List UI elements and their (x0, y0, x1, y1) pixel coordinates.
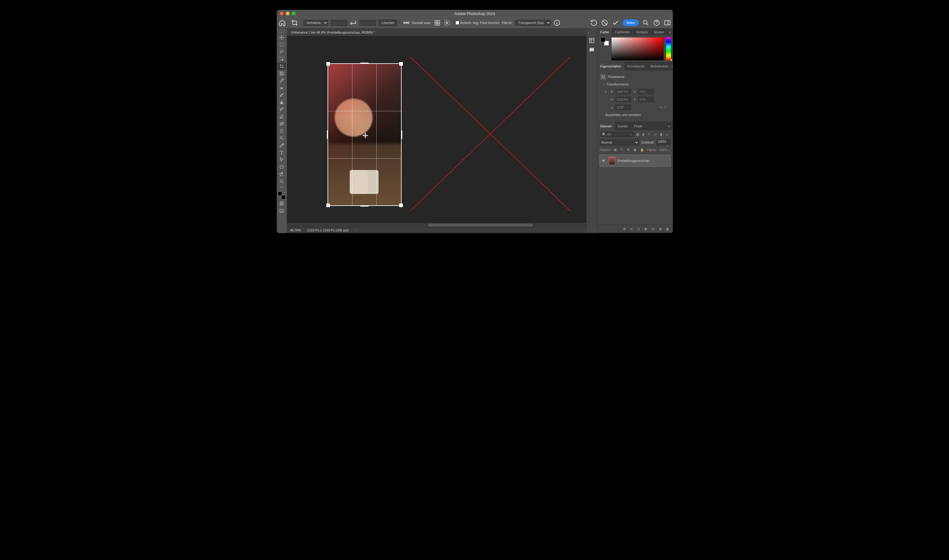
frame-tool[interactable] (277, 70, 286, 77)
crop-handle-left[interactable] (327, 131, 328, 139)
crop-handle-tr[interactable] (399, 62, 403, 66)
doc-dimensions[interactable]: 1103 Px x 2160 Px (300 ppi) (307, 228, 349, 232)
close-window-button[interactable] (280, 12, 283, 15)
tab-farbfelder[interactable]: Farbfelder (612, 28, 633, 35)
screen-mode-button[interactable] (277, 207, 286, 214)
canvas[interactable] (287, 36, 586, 227)
overlay-grid-button[interactable] (434, 19, 441, 26)
foreground-background-colors[interactable]: ⤺ (277, 191, 286, 200)
lock-all-icon[interactable]: 🔒 (640, 148, 644, 152)
more-tools-button[interactable] (277, 185, 286, 189)
color-spectrum[interactable] (611, 37, 664, 60)
history-panel-icon[interactable] (589, 37, 595, 44)
crop-ratio-select[interactable]: Verhältnis (303, 20, 328, 26)
tab-verlaeufe[interactable]: Verläufe (633, 28, 651, 35)
tab-korrekturen[interactable]: Korrekturen (624, 62, 647, 71)
help-icon[interactable] (653, 19, 660, 26)
document-tab[interactable]: Unbenannt-1 bei 48,8% (Freistellungsvors… (287, 28, 586, 36)
clone-stamp-tool[interactable] (277, 98, 286, 106)
tab-muster[interactable]: Muster (651, 28, 667, 35)
info-icon[interactable] (553, 19, 561, 26)
fill-input[interactable]: 100% ⌄ (659, 148, 670, 152)
layer-thumbnail[interactable] (609, 157, 615, 165)
filter-type-icon[interactable]: T (648, 132, 652, 136)
dodge-tool[interactable] (277, 135, 286, 142)
marquee-tool[interactable] (277, 41, 286, 48)
crop-tool-icon[interactable] (291, 19, 298, 26)
hand-tool[interactable] (277, 171, 286, 178)
eyedropper-tool[interactable] (277, 77, 286, 84)
lock-transparency-icon[interactable]: ▦ (614, 148, 618, 152)
crop-height-input[interactable] (359, 20, 376, 26)
layers-panel-menu[interactable]: ≡ (666, 122, 673, 131)
blur-tool[interactable] (277, 128, 286, 135)
link-wh-icon[interactable] (604, 90, 608, 94)
tab-pfade[interactable]: Pfade (631, 122, 646, 131)
add-mask-icon[interactable]: ◻ (637, 227, 641, 231)
crop-handle-bottom[interactable] (360, 205, 369, 206)
props-panel-menu[interactable]: ≡ (672, 62, 673, 71)
new-layer-icon[interactable]: ⊞ (658, 227, 662, 231)
crop-handle-top[interactable] (360, 63, 369, 64)
zoom-tool[interactable] (277, 178, 286, 185)
share-button[interactable]: Teilen (623, 20, 639, 26)
lock-artboard-icon[interactable]: ▣ (633, 148, 638, 152)
tab-ebenen[interactable]: Ebenen (598, 122, 615, 131)
move-tool[interactable] (277, 34, 286, 41)
layer-name[interactable]: Freistellungsvorschau (618, 159, 650, 163)
search-button[interactable] (642, 19, 649, 26)
filter-toggle-icon[interactable]: ● (666, 132, 670, 136)
crop-width-input[interactable] (331, 20, 347, 26)
tab-farbe[interactable]: Farbe (598, 28, 612, 35)
reset-crop-button[interactable] (590, 19, 598, 26)
filter-shape-icon[interactable]: ▱ (654, 132, 658, 136)
lock-position-icon[interactable]: ✥ (627, 148, 631, 152)
hue-slider[interactable] (666, 37, 671, 60)
workspace-switcher-button[interactable] (664, 19, 671, 26)
zoom-level[interactable]: 48,78% (290, 228, 301, 232)
zoom-window-button[interactable] (292, 12, 296, 15)
gradient-tool[interactable] (277, 120, 286, 128)
delete-layer-icon[interactable]: 🗑 (666, 227, 670, 231)
link-layers-icon[interactable]: ⧉ (622, 227, 627, 231)
toolbox-expand-button[interactable]: » (277, 30, 287, 34)
filter-adjust-icon[interactable]: ◐ (642, 132, 646, 136)
brush-tool[interactable] (277, 91, 286, 98)
lasso-tool[interactable] (277, 48, 286, 55)
fill-select[interactable]: Transparent (Standard) (515, 20, 551, 26)
filter-pixel-icon[interactable]: ▦ (636, 132, 640, 136)
crop-settings-button[interactable] (443, 19, 450, 26)
crop-handle-bl[interactable] (326, 203, 330, 207)
new-adjustment-icon[interactable]: ◐ (644, 227, 648, 231)
align-section-header[interactable]: ›Ausrichten und verteilen (600, 111, 670, 118)
crop-tool[interactable] (277, 63, 286, 70)
cancel-crop-button[interactable] (601, 19, 608, 26)
flip-horizontal-icon[interactable]: ⇋ (659, 106, 662, 109)
tab-eigenschaften[interactable]: Eigenschaften (598, 62, 624, 71)
crop-handle-tl[interactable] (326, 62, 330, 66)
pen-tool[interactable] (277, 142, 286, 149)
new-group-icon[interactable]: 🗀 (651, 227, 655, 231)
blend-mode-select[interactable]: Normal (600, 139, 639, 145)
comments-panel-icon[interactable] (589, 47, 595, 53)
width-field[interactable]: 1437 Px (615, 89, 631, 94)
opacity-input[interactable]: 100% ⌄ (656, 139, 670, 145)
quick-mask-button[interactable] (277, 200, 286, 207)
tab-kanaele[interactable]: Kanäle (615, 122, 631, 131)
angle-field[interactable]: 0,00° (615, 105, 631, 110)
crop-handle-right[interactable] (401, 131, 402, 139)
shape-tool[interactable] (277, 163, 286, 171)
delete-pixels-checkbox[interactable]: Außerh. lieg. Pixel löschen (456, 21, 499, 25)
x-field[interactable]: 0 Px (638, 89, 654, 94)
home-button[interactable] (279, 19, 286, 26)
y-field[interactable]: 0 Px (638, 97, 654, 102)
layer-filter-search[interactable]: 🔍Art⌄ (600, 132, 635, 137)
horizontal-scrollbar[interactable] (287, 223, 586, 227)
crop-center-icon[interactable] (363, 133, 368, 138)
swap-dimensions-button[interactable] (350, 19, 357, 26)
clear-button[interactable]: Löschen (379, 20, 398, 26)
type-tool[interactable] (277, 149, 286, 156)
straighten-icon[interactable] (402, 19, 410, 26)
color-panel-menu[interactable]: ≡ (667, 28, 672, 35)
commit-crop-button[interactable] (612, 19, 619, 26)
